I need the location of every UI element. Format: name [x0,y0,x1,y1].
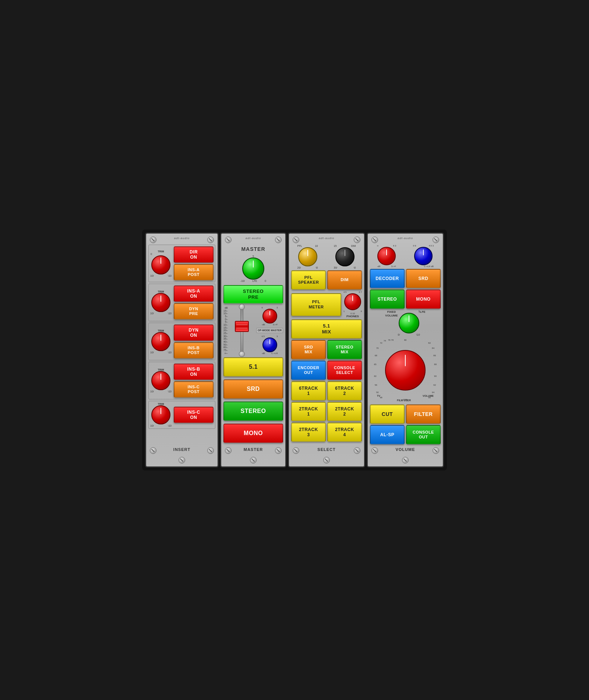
51-button[interactable]: 5.1 [223,357,283,377]
screw-bottom-insert [179,457,185,463]
srd-mix-button[interactable]: SRDMIX [291,340,326,359]
master-title: MASTER [244,447,263,453]
screw-bottom-volume [402,457,409,463]
vol-sf-knob-indicator [386,249,387,255]
6track-1-button[interactable]: 6TRACK1 [291,381,326,400]
pfl-knob-container: PFL10 20/\0 [297,245,318,269]
phones-knob[interactable] [344,293,361,310]
2track-4-button[interactable]: 2TRACK4 [327,423,362,442]
srd-button-master[interactable]: SRD [223,379,283,399]
screw-tr-master [275,237,282,243]
select-row-5: ENCODEROUT CONSOLESELECT [291,361,362,380]
select-row-6: 6TRACK1 6TRACK2 [291,381,362,400]
al-sp-button[interactable]: AL-SP [370,425,405,444]
2track-3-button[interactable]: 2TRACK3 [291,423,326,442]
pfl-meter-button[interactable]: PFLMETER [291,293,341,316]
insert-buttons-1: DIRON INS-APOST [174,246,214,280]
dim-button[interactable]: DIM [327,270,362,290]
ins-b-on-button[interactable]: INS-BON [174,364,214,380]
trim-label-4: TRIM [158,368,164,371]
ins-c-post-button[interactable]: INS-CPOST [174,381,214,398]
stereo-button-volume[interactable]: STEREO [370,290,405,309]
clr-knob[interactable] [262,337,277,352]
trim-knob-1[interactable] [151,255,170,274]
pfl-speaker-button[interactable]: PFLSPEAKER [291,270,326,290]
ins-c-on-button[interactable]: INS-CON [174,407,214,423]
screw-tl [150,237,156,243]
volume-main-knob-indicator [405,355,406,367]
ins-a-post-button[interactable]: INS-APOST [174,264,214,280]
trim-knob-2-indicator [161,295,161,302]
trim-knob-3[interactable] [151,332,170,351]
master-green-knob[interactable] [242,258,264,280]
sf-knob[interactable] [262,309,277,323]
pfl-knob[interactable] [298,247,317,266]
filter-button[interactable]: FILTER [406,405,441,424]
vol-row-1: DECODER SRD [370,269,441,288]
screw-tr-select [354,237,360,243]
console-out-button[interactable]: CONSOLEOUT [406,425,441,444]
2track-2-button[interactable]: 2TRACK2 [327,402,362,421]
sf-knob-indicator [269,311,270,316]
trim-knob-5[interactable] [151,405,170,424]
6track-2-button[interactable]: 6TRACK2 [327,381,362,400]
screw-bl-volume [371,447,378,454]
dim-knob[interactable] [335,247,355,266]
stereo-button-master[interactable]: STEREO [223,402,283,421]
vol-row-3: CUT FILTER [370,405,441,424]
insert-buttons-2: INS-AON DYNPRE [174,286,214,319]
srd-button-volume[interactable]: SRD [406,269,441,288]
cut-button[interactable]: CUT [370,405,405,424]
trim-knob-2[interactable] [151,293,170,312]
mono-button-master[interactable]: MONO [223,424,283,443]
trim-knob-4-container: TRIM 10/ \10 [150,368,172,393]
fixed-vol-knob[interactable] [399,313,419,333]
clr-label: C->LR [271,352,278,354]
volume-scale-label: VOLUME [423,395,434,397]
screw-br-volume [433,447,439,454]
fader-handle[interactable] [235,321,249,332]
select-row-8: 2TRACK3 2TRACK4 [291,423,362,442]
trim-knob-4[interactable] [151,371,170,390]
main-container: adt-audio TRIM 0 10/ \10 DIRON [142,230,447,470]
brand-volume: adt-audio [398,237,413,243]
volume-title: VOLUME [395,447,415,453]
select-row-7: 2TRACK1 2TRACK2 [291,402,362,421]
trim-label-2: TRIM [158,290,164,293]
screw-tl-select [293,237,299,243]
dyn-pre-button[interactable]: DYNPRE [174,303,214,319]
fader-right-controls: 63 -dBS->F OP-MODE MASTER 4.53 [255,307,283,354]
volume-knob-area: 80 82 84 86 88 90 92 94 96 OFF 98 50 56 … [370,339,441,402]
vol-sf-knob[interactable] [377,247,396,265]
decoder-button[interactable]: DECODER [370,269,405,288]
trim-knob-5-container: TRIM 10/ \10 [150,403,172,427]
2track-1-button[interactable]: 2TRACK1 [291,402,326,421]
dir-on-button[interactable]: DIRON [174,246,214,263]
encoder-out-button[interactable]: ENCODEROUT [291,361,326,380]
insert-section-4: TRIM 10/ \10 INS-BON INS-CPOST [148,362,215,399]
trim-knob-2-container: TRIM 10/ \10 [150,290,172,315]
fader-area: dB 15– 10– 5– 0– 5– 10– 15– 20– 25– 30– … [223,307,283,354]
51-mix-button[interactable]: 5.1MIX [291,319,362,339]
dyn-on-button[interactable]: DYNON [174,325,214,341]
select-row-2: PFLMETER 4 56 7 19 0 10 PHONES [291,291,362,318]
screw-tr-volume [433,237,439,243]
sf-knob-container: 63 -dBS->F [262,307,278,326]
console-select-button[interactable]: CONSOLESELECT [327,361,362,380]
ins-b-post-button[interactable]: INS-BPOST [174,342,214,358]
volume-main-knob[interactable] [385,350,426,391]
stereo-mix-button[interactable]: STEREOMIX [327,340,362,359]
select-title: SELECT [317,447,335,453]
ins-a-on-button[interactable]: INS-AON [174,286,214,302]
master-green-knob-area: 5 -10/ LFE 0 [240,255,266,282]
fader-track-container [230,307,254,354]
mono-button-volume[interactable]: MONO [406,290,441,309]
stereo-pre-button[interactable]: STEREOPRE [223,285,283,304]
screw-bl-master [225,447,232,454]
trim-knob-3-indicator [161,335,161,341]
sf-label: S->F [273,323,278,326]
vol-clr-knob[interactable] [414,247,433,265]
brand-select: adt-audio [319,237,334,243]
screw-bl-select [293,447,299,454]
insert-title: INSERT [173,447,190,453]
